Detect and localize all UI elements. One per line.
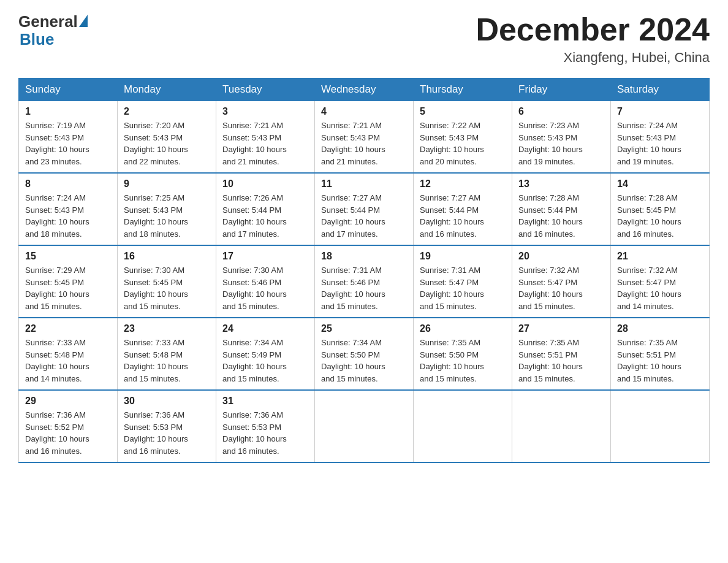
week-row-1: 1 Sunrise: 7:19 AM Sunset: 5:43 PM Dayli… [19,101,710,174]
day-info: Sunrise: 7:25 AM Sunset: 5:43 PM Dayligh… [124,192,210,240]
day-cell: 5 Sunrise: 7:22 AM Sunset: 5:43 PM Dayli… [414,101,512,174]
header-row: SundayMondayTuesdayWednesdayThursdayFrid… [19,79,710,101]
day-info: Sunrise: 7:31 AM Sunset: 5:47 PM Dayligh… [420,264,506,312]
day-cell: 4 Sunrise: 7:21 AM Sunset: 5:43 PM Dayli… [315,101,414,174]
day-info: Sunrise: 7:24 AM Sunset: 5:43 PM Dayligh… [25,192,111,240]
day-info: Sunrise: 7:34 AM Sunset: 5:50 PM Dayligh… [321,337,407,385]
day-info: Sunrise: 7:21 AM Sunset: 5:43 PM Dayligh… [321,120,407,167]
logo-blue-text: Blue [18,30,54,49]
day-cell: 21 Sunrise: 7:32 AM Sunset: 5:47 PM Dayl… [611,245,710,318]
day-cell: 9 Sunrise: 7:25 AM Sunset: 5:43 PM Dayli… [118,173,216,245]
day-info: Sunrise: 7:28 AM Sunset: 5:44 PM Dayligh… [518,192,604,240]
day-number: 12 [420,178,506,190]
day-number: 17 [222,251,308,262]
day-number: 3 [222,106,308,117]
day-cell: 26 Sunrise: 7:35 AM Sunset: 5:50 PM Dayl… [414,318,512,390]
day-cell: 23 Sunrise: 7:33 AM Sunset: 5:48 PM Dayl… [118,318,216,390]
week-row-5: 29 Sunrise: 7:36 AM Sunset: 5:52 PM Dayl… [19,390,710,462]
day-number: 2 [124,106,210,117]
day-info: Sunrise: 7:36 AM Sunset: 5:53 PM Dayligh… [222,409,308,457]
day-number: 23 [124,323,210,334]
day-info: Sunrise: 7:33 AM Sunset: 5:48 PM Dayligh… [124,337,210,385]
day-number: 15 [25,251,111,262]
header-saturday: Saturday [611,79,710,101]
day-info: Sunrise: 7:35 AM Sunset: 5:50 PM Dayligh… [420,337,506,385]
page-header: General Blue December 2024 Xiangfeng, Hu… [18,12,710,66]
day-cell [512,390,611,462]
day-cell: 6 Sunrise: 7:23 AM Sunset: 5:43 PM Dayli… [512,101,611,174]
day-cell: 14 Sunrise: 7:28 AM Sunset: 5:45 PM Dayl… [611,173,710,245]
day-number: 7 [617,106,703,117]
month-title: December 2024 [476,12,710,47]
day-cell: 24 Sunrise: 7:34 AM Sunset: 5:49 PM Dayl… [216,318,315,390]
day-number: 31 [222,396,308,407]
day-cell: 15 Sunrise: 7:29 AM Sunset: 5:45 PM Dayl… [19,245,118,318]
day-info: Sunrise: 7:26 AM Sunset: 5:44 PM Dayligh… [222,192,308,240]
day-cell: 19 Sunrise: 7:31 AM Sunset: 5:47 PM Dayl… [414,245,512,318]
day-cell: 22 Sunrise: 7:33 AM Sunset: 5:48 PM Dayl… [19,318,118,390]
day-number: 19 [420,251,506,262]
day-cell: 20 Sunrise: 7:32 AM Sunset: 5:47 PM Dayl… [512,245,611,318]
day-cell: 2 Sunrise: 7:20 AM Sunset: 5:43 PM Dayli… [118,101,216,174]
day-cell: 11 Sunrise: 7:27 AM Sunset: 5:44 PM Dayl… [315,173,414,245]
calendar-header: SundayMondayTuesdayWednesdayThursdayFrid… [19,79,710,101]
day-info: Sunrise: 7:33 AM Sunset: 5:48 PM Dayligh… [25,337,111,385]
day-info: Sunrise: 7:19 AM Sunset: 5:43 PM Dayligh… [25,120,111,167]
day-info: Sunrise: 7:21 AM Sunset: 5:43 PM Dayligh… [222,120,308,167]
day-number: 25 [321,323,407,334]
day-cell: 13 Sunrise: 7:28 AM Sunset: 5:44 PM Dayl… [512,173,611,245]
day-cell [611,390,710,462]
day-cell: 8 Sunrise: 7:24 AM Sunset: 5:43 PM Dayli… [19,173,118,245]
day-cell [414,390,512,462]
logo: General Blue [18,12,88,49]
day-cell: 28 Sunrise: 7:35 AM Sunset: 5:51 PM Dayl… [611,318,710,390]
day-info: Sunrise: 7:34 AM Sunset: 5:49 PM Dayligh… [222,337,308,385]
header-sunday: Sunday [19,79,118,101]
day-cell: 30 Sunrise: 7:36 AM Sunset: 5:53 PM Dayl… [118,390,216,462]
day-info: Sunrise: 7:36 AM Sunset: 5:53 PM Dayligh… [124,409,210,457]
day-number: 29 [25,396,111,407]
day-number: 13 [518,178,604,190]
week-row-3: 15 Sunrise: 7:29 AM Sunset: 5:45 PM Dayl… [19,245,710,318]
header-thursday: Thursday [414,79,512,101]
day-cell [315,390,414,462]
day-number: 20 [518,251,604,262]
day-info: Sunrise: 7:20 AM Sunset: 5:43 PM Dayligh… [124,120,210,167]
day-info: Sunrise: 7:35 AM Sunset: 5:51 PM Dayligh… [518,337,604,385]
day-info: Sunrise: 7:23 AM Sunset: 5:43 PM Dayligh… [518,120,604,167]
week-row-2: 8 Sunrise: 7:24 AM Sunset: 5:43 PM Dayli… [19,173,710,245]
logo-general-text: General [18,12,78,31]
day-cell: 1 Sunrise: 7:19 AM Sunset: 5:43 PM Dayli… [19,101,118,174]
calendar-table: SundayMondayTuesdayWednesdayThursdayFrid… [18,78,710,463]
day-number: 16 [124,251,210,262]
day-number: 1 [25,106,111,117]
day-cell: 16 Sunrise: 7:30 AM Sunset: 5:45 PM Dayl… [118,245,216,318]
logo-triangle-icon [79,15,88,27]
day-number: 22 [25,323,111,334]
location: Xiangfeng, Hubei, China [476,50,710,66]
day-info: Sunrise: 7:32 AM Sunset: 5:47 PM Dayligh… [617,264,703,312]
day-cell: 18 Sunrise: 7:31 AM Sunset: 5:46 PM Dayl… [315,245,414,318]
day-info: Sunrise: 7:29 AM Sunset: 5:45 PM Dayligh… [25,264,111,312]
day-number: 21 [617,251,703,262]
day-info: Sunrise: 7:31 AM Sunset: 5:46 PM Dayligh… [321,264,407,312]
day-number: 4 [321,106,407,117]
day-number: 6 [518,106,604,117]
day-number: 30 [124,396,210,407]
header-tuesday: Tuesday [216,79,315,101]
day-number: 5 [420,106,506,117]
title-section: December 2024 Xiangfeng, Hubei, China [476,12,710,66]
day-number: 11 [321,178,407,190]
day-info: Sunrise: 7:24 AM Sunset: 5:43 PM Dayligh… [617,120,703,167]
day-info: Sunrise: 7:30 AM Sunset: 5:46 PM Dayligh… [222,264,308,312]
week-row-4: 22 Sunrise: 7:33 AM Sunset: 5:48 PM Dayl… [19,318,710,390]
day-number: 26 [420,323,506,334]
day-cell: 3 Sunrise: 7:21 AM Sunset: 5:43 PM Dayli… [216,101,315,174]
day-info: Sunrise: 7:30 AM Sunset: 5:45 PM Dayligh… [124,264,210,312]
day-number: 24 [222,323,308,334]
day-cell: 31 Sunrise: 7:36 AM Sunset: 5:53 PM Dayl… [216,390,315,462]
day-info: Sunrise: 7:27 AM Sunset: 5:44 PM Dayligh… [321,192,407,240]
day-cell: 27 Sunrise: 7:35 AM Sunset: 5:51 PM Dayl… [512,318,611,390]
day-number: 18 [321,251,407,262]
day-info: Sunrise: 7:28 AM Sunset: 5:45 PM Dayligh… [617,192,703,240]
